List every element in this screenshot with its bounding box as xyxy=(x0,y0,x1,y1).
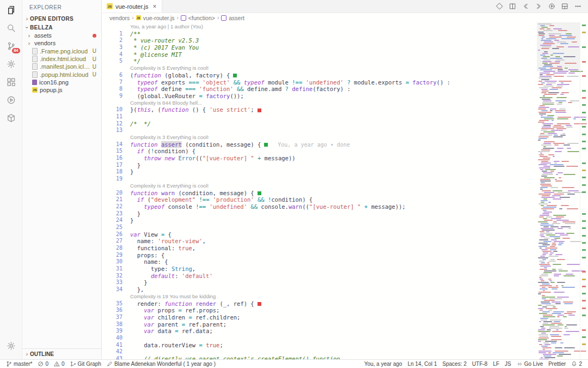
code-line[interactable]: 12/* */ xyxy=(102,120,534,128)
eol-setting[interactable]: LF xyxy=(490,360,502,368)
more-actions-icon[interactable] xyxy=(574,3,581,10)
line-number[interactable]: 15 xyxy=(102,148,130,155)
line-number[interactable]: 7 xyxy=(102,79,130,86)
code-line[interactable]: 22 typeof console !== 'undefined' && con… xyxy=(102,203,534,210)
navigate-back-icon[interactable] xyxy=(522,3,529,10)
line-number[interactable]: 13 xyxy=(102,127,130,134)
line-number[interactable]: 23 xyxy=(102,210,130,218)
line-number[interactable]: 4 xyxy=(102,51,130,58)
gitlens-blame[interactable]: Blame Adenekan Wonderful ( 1 year ago ) xyxy=(104,360,218,368)
code-line[interactable]: 17 } xyxy=(102,162,534,169)
code-line[interactable]: 33 } xyxy=(102,279,534,286)
warning-count[interactable]: 0 xyxy=(51,360,68,368)
outline-section[interactable]: › OUTLINE xyxy=(22,348,101,359)
line-number[interactable]: 18 xyxy=(102,168,130,176)
code-line[interactable]: 29 props: { xyxy=(102,252,534,259)
line-number[interactable]: 34 xyxy=(102,286,130,293)
code-line[interactable]: 11 xyxy=(102,113,534,120)
code-line[interactable]: 9 (global.VueRouter = factory()); xyxy=(102,93,534,100)
code-line[interactable]: 15 if (!condition) { xyxy=(102,148,534,155)
tree-item-assets[interactable]: ›assets xyxy=(22,32,101,39)
code-line[interactable]: 43 // directly use parent context's crea… xyxy=(102,355,534,359)
code-line[interactable]: 2 * vue-router v2.5.3 xyxy=(102,37,534,44)
notifications-bell[interactable]: 2 xyxy=(568,360,585,368)
code-line[interactable]: 14function assert (condition, message) {… xyxy=(102,141,534,148)
tab-vue-router-js[interactable]: JS vue-router.js × xyxy=(102,0,162,13)
code-line[interactable]: 28 functional: true, xyxy=(102,245,534,252)
workspace-section[interactable]: › BELLZA xyxy=(22,23,101,32)
codelens[interactable]: Complexity is 5 Everything is cool! xyxy=(102,65,534,72)
minimap[interactable] xyxy=(537,22,580,359)
breadcrumb-symbol-parent[interactable]: <function> xyxy=(188,15,215,21)
code-line[interactable]: 27 name: 'router-view', xyxy=(102,238,534,245)
indentation-setting[interactable]: Spaces: 2 xyxy=(440,360,469,368)
line-number[interactable]: 39 xyxy=(102,328,130,335)
line-number[interactable]: 12 xyxy=(102,120,130,128)
code-line[interactable]: 37 var children = ref.children; xyxy=(102,314,534,321)
code-line[interactable]: 35 render: function render (_, ref) { xyxy=(102,300,534,307)
code-line[interactable]: 42 xyxy=(102,348,534,355)
line-number[interactable]: 20 xyxy=(102,190,130,197)
code-line[interactable]: 8 typeof define === 'function' && define… xyxy=(102,86,534,93)
run-icon[interactable] xyxy=(548,3,555,10)
codelens[interactable]: Complexity is 19 You must be kidding xyxy=(102,293,534,300)
breadcrumb-folder[interactable]: vendors xyxy=(109,15,130,21)
code-line[interactable]: 25 xyxy=(102,224,534,231)
tree-item-popup.js[interactable]: JSpopup.js xyxy=(22,86,101,94)
code-line[interactable]: 1/** xyxy=(102,31,534,38)
code-line[interactable]: 3 * (c) 2017 Evan You xyxy=(102,44,534,51)
tree-item-.manifest.json.icloud[interactable]: .manifest.json.icloudU xyxy=(22,63,101,70)
code-line[interactable]: 40 xyxy=(102,335,534,342)
line-number[interactable]: 37 xyxy=(102,314,130,321)
code-line[interactable]: 10}(this, (function () { 'use strict'; xyxy=(102,106,534,113)
line-number[interactable]: 24 xyxy=(102,217,130,224)
line-number[interactable]: 31 xyxy=(102,266,130,273)
code-line[interactable]: 13 xyxy=(102,127,534,134)
line-number[interactable]: 21 xyxy=(102,196,130,203)
code-line[interactable]: 4 * @license MIT xyxy=(102,51,534,58)
activity-extensions[interactable] xyxy=(0,73,22,91)
line-number[interactable]: 10 xyxy=(102,106,130,113)
line-blame-status[interactable]: You, a year ago xyxy=(362,360,405,368)
tree-item-.Frame.png.icloud[interactable]: .Frame.png.icloudU xyxy=(22,47,101,55)
editor-layout-icon[interactable] xyxy=(561,3,568,10)
code-line[interactable]: 16 throw new Error(("[vue-router] " + me… xyxy=(102,155,534,162)
codelens[interactable]: Complexity is 3 Everything is cool! xyxy=(102,134,534,141)
codelens[interactable]: Complexity is 4 Everything is cool! xyxy=(102,183,534,190)
code-line[interactable]: 26var View = { xyxy=(102,231,534,238)
code-line[interactable]: 34 }, xyxy=(102,286,534,293)
line-number[interactable]: 30 xyxy=(102,258,130,266)
formatter-indicator[interactable]: Prettier xyxy=(546,360,568,368)
line-number[interactable]: 32 xyxy=(102,273,130,280)
breadcrumb-file[interactable]: vue-router.js xyxy=(143,15,175,21)
code-line[interactable]: 30 name: { xyxy=(102,258,534,266)
line-number[interactable]: 19 xyxy=(102,176,130,183)
activity-settings[interactable] xyxy=(0,337,22,355)
tree-item-icon16.png[interactable]: icon16.png xyxy=(22,79,101,86)
go-live-button[interactable]: Go Live xyxy=(514,360,546,368)
breadcrumb-symbol[interactable]: assert xyxy=(229,15,244,21)
line-number[interactable]: 9 xyxy=(102,93,130,100)
encoding-setting[interactable]: UTF-8 xyxy=(469,360,490,368)
line-number[interactable]: 5 xyxy=(102,58,130,65)
tree-item-.index.html.icloud[interactable]: .index.html.icloudU xyxy=(22,55,101,63)
code-line[interactable]: 24} xyxy=(102,217,534,224)
line-number[interactable]: 36 xyxy=(102,307,130,314)
code-line[interactable]: 39 var data = ref.data; xyxy=(102,328,534,335)
code-line[interactable]: 38 var parent = ref.parent; xyxy=(102,321,534,328)
line-number[interactable]: 33 xyxy=(102,279,130,286)
code-line[interactable]: 5 */ xyxy=(102,58,534,65)
line-number[interactable]: 2 xyxy=(102,37,130,44)
code-line[interactable]: 6(function (global, factory) { xyxy=(102,72,534,79)
code-editor[interactable]: You, a year ago | 1 author (You)1/**2 * … xyxy=(102,23,534,359)
git-branch-indicator[interactable]: master* xyxy=(3,360,35,368)
line-number[interactable]: 8 xyxy=(102,86,130,93)
open-editors-section[interactable]: › OPEN EDITORS xyxy=(22,14,101,23)
line-number[interactable]: 42 xyxy=(102,348,130,355)
line-number[interactable]: 26 xyxy=(102,231,130,238)
line-number[interactable]: 14 xyxy=(102,141,130,148)
git-graph-button[interactable]: Git Graph xyxy=(68,360,104,368)
blame-header[interactable]: You, a year ago | 1 author (You) xyxy=(102,23,534,31)
code-line[interactable]: 31 type: String, xyxy=(102,266,534,273)
activity-run[interactable] xyxy=(0,91,22,109)
